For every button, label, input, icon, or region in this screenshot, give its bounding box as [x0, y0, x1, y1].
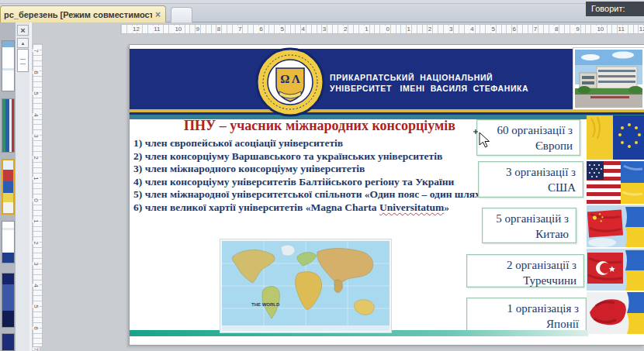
ruler-mark: 6: [258, 26, 263, 33]
ruler-mark: 7: [33, 49, 40, 52]
pane-divider: [29, 22, 32, 351]
tab-active-document[interactable]: рс_березень [Режим совместимости] ×: [0, 5, 166, 22]
list-item: 2) член консорціуму Варшавського та укра…: [133, 150, 487, 163]
ruler-mark: 2: [343, 26, 348, 33]
ruler-mark: 5: [279, 26, 284, 33]
ruler-mark: 2: [428, 26, 432, 33]
slide-thumbnail[interactable]: [2, 98, 15, 153]
tab-new-stub[interactable]: [171, 7, 192, 22]
ruler-mark: 3: [33, 134, 40, 137]
svg-text:THE WORLD: THE WORLD: [251, 302, 280, 307]
china-ukraine-flags-icon: [587, 205, 644, 247]
ruler-mark: 5: [33, 305, 40, 308]
ruler-mark: 2: [33, 241, 40, 244]
slide-thumbnail-pane: [0, 22, 16, 351]
thumbnail-pane-scrollbar: × ▲: [16, 22, 29, 351]
stat-box-turkey[interactable]: 2 організації з Туреччини: [466, 254, 584, 287]
ruler-mark: 12: [132, 26, 140, 33]
ruler-mark: 4: [469, 26, 474, 33]
stat-box-usa[interactable]: 3 організації з США: [478, 161, 583, 198]
stat-box-china[interactable]: 5 організацій з Китаю: [482, 208, 576, 243]
turkey-ukraine-flags-icon: [587, 249, 644, 291]
scrollbar-thumb[interactable]: [17, 49, 29, 72]
university-emblem-icon: Ω Λ: [255, 46, 325, 118]
consortium-list: 1) член європейської асоціації університ…: [133, 137, 487, 214]
japan-ukraine-flags-icon: [587, 292, 644, 334]
ruler-mark: 5: [33, 91, 40, 95]
speaker-overlay-label: Говорит:: [591, 4, 625, 13]
tab-label: рс_березень [Режим совместимости]: [4, 10, 152, 19]
slide-thumbnail[interactable]: [2, 221, 15, 263]
ruler-mark: 10: [174, 26, 182, 33]
ruler-mark: 4: [33, 113, 40, 116]
ruler-mark: 3: [448, 26, 453, 33]
vertical-ruler[interactable]: 765432101234567: [33, 43, 43, 347]
slide-title: ПНУ – учасник міжнародних консорціумів: [137, 118, 502, 134]
ruler-mark: 8: [554, 26, 559, 33]
university-name-line1: ПРИКАРПАТСЬКИЙ НАЦІОНАЛЬНИЙ: [330, 73, 493, 82]
tab-close-icon[interactable]: ×: [155, 11, 161, 19]
ruler-mark: 1: [364, 26, 369, 33]
slide-thumbnail[interactable]: [2, 333, 15, 351]
ruler-mark: 9: [575, 26, 580, 33]
list-item: 1) член європейської асоціації університ…: [133, 137, 487, 150]
ruler-mark: 11: [618, 26, 625, 33]
ruler-mark: 6: [512, 26, 517, 33]
ruler-mark: 4: [33, 284, 40, 287]
horizontal-ruler[interactable]: 1211109876543210123456789101112: [120, 24, 644, 34]
svg-text:Ω Λ: Ω Λ: [280, 73, 300, 85]
ruler-mark: 3: [33, 262, 40, 265]
ruler-mark: 7: [33, 347, 40, 350]
ruler-mark: 6: [33, 326, 40, 329]
slide-canvas[interactable]: ПРИКАРПАТСЬКИЙ НАЦІОНАЛЬНИЙ УНІВЕРСИТЕТ …: [129, 44, 644, 346]
document-tab-bar: рс_березень [Режим совместимости] ×: [0, 4, 644, 22]
ruler-mark: 0: [33, 198, 40, 201]
list-item: 6) член великої хартії університетів «Ma…: [133, 201, 487, 215]
list-item: 5) член міжнародної університетської спі…: [133, 188, 487, 201]
ruler-mark: 1: [33, 219, 40, 222]
list-item: 3) член міжнародного консорціуму універс…: [133, 163, 487, 176]
ruler-mark: 3: [322, 26, 327, 33]
slide-thumbnail[interactable]: [2, 40, 15, 91]
slide-thumbnail-selected[interactable]: [2, 159, 15, 215]
ruler-mark: 7: [237, 26, 242, 33]
eu-ukraine-flags-icon: [587, 115, 644, 160]
ruler-mark: 8: [216, 26, 221, 33]
speaker-overlay: Говорит:: [586, 2, 644, 16]
ruler-mark: 11: [153, 26, 161, 33]
university-building-photo: [573, 47, 644, 110]
slide-thumbnail[interactable]: [2, 273, 15, 328]
ruler-mark: 7: [533, 26, 538, 33]
ruler-mark: 9: [196, 26, 200, 33]
ruler-mark: 1: [407, 26, 411, 33]
world-map-image: THE WORLD: [220, 239, 391, 332]
spellcheck-underlined-word: Universitatum: [379, 201, 444, 213]
list-item: 4) член консорціуму університетів Балтій…: [133, 176, 487, 189]
ruler-mark: 6: [33, 71, 40, 74]
ruler-mark: 5: [490, 26, 495, 33]
ruler-mark: 12: [639, 26, 644, 33]
ruler-mark: 1: [33, 177, 40, 180]
ruler-mark: 2: [33, 156, 40, 159]
university-name-line2: УНІВЕРСИТЕТ ІМЕНІ ВАСИЛЯ СТЕФАНИКА: [330, 84, 528, 93]
application-window: рс_березень [Режим совместимости] × Гово…: [0, 0, 644, 351]
scroll-up-arrow-icon[interactable]: ▲: [17, 38, 29, 48]
ruler-mark: 4: [301, 26, 306, 33]
mouse-cursor-icon: [473, 129, 493, 149]
usa-ukraine-flags-icon: [587, 161, 644, 204]
ruler-mark: 10: [596, 26, 604, 33]
stat-box-japan[interactable]: 1 організація з Японії: [466, 298, 587, 332]
slide-header-banner: ПРИКАРПАТСЬКИЙ НАЦІОНАЛЬНИЙ УНІВЕРСИТЕТ …: [130, 49, 644, 109]
pane-close-button[interactable]: ×: [17, 25, 29, 36]
ruler-mark: 0: [385, 26, 390, 33]
